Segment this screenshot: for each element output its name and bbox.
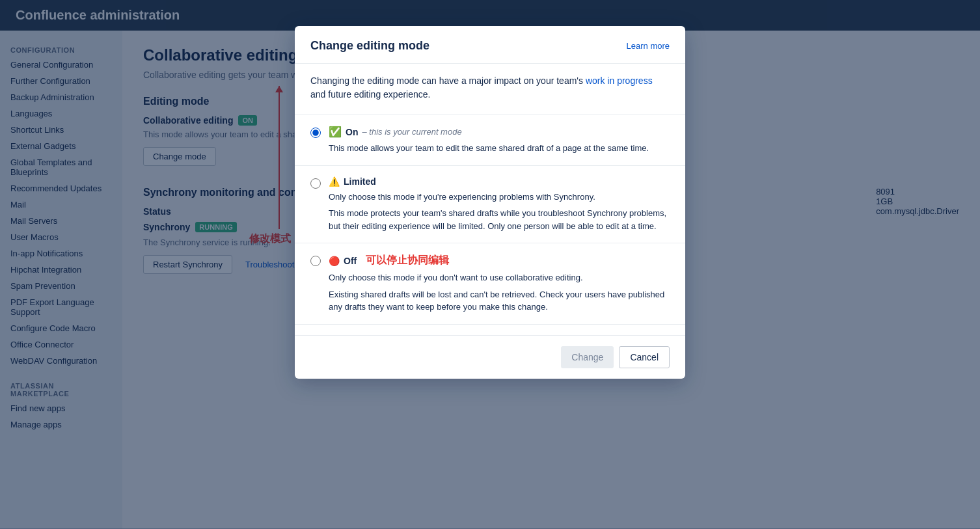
on-description: This mode allows your team to edit the s… (329, 142, 670, 155)
error-icon: 🔴 (329, 256, 340, 266)
option-limited-content: ⚠️ Limited Only choose this mode if you'… (329, 176, 670, 233)
limited-desc1: Only choose this mode if you're experien… (329, 191, 670, 204)
option-off: 🔴 Off 可以停止协同编辑 Only choose this mode if … (310, 243, 670, 324)
option-on: ✅ On – this is your current mode This mo… (310, 115, 670, 165)
option-on-title: ✅ On – this is your current mode (329, 126, 670, 138)
off-label: Off (344, 256, 357, 266)
option-off-content: 🔴 Off 可以停止协同编辑 Only choose this mode if … (329, 254, 670, 314)
modal-description: Changing the editing mode can have a maj… (310, 74, 670, 102)
modal-overlay[interactable]: Change editing mode Learn more Changing … (0, 0, 980, 529)
change-button[interactable]: Change (561, 346, 614, 368)
option-off-title: 🔴 Off 可以停止协同编辑 (329, 254, 670, 267)
change-editing-mode-modal: Change editing mode Learn more Changing … (295, 26, 685, 379)
off-desc1: Only choose this mode if you don't want … (329, 271, 670, 284)
option-on-content: ✅ On – this is your current mode This mo… (329, 126, 670, 155)
limited-label: Limited (344, 176, 376, 187)
on-label: On (346, 127, 358, 137)
radio-off[interactable] (310, 256, 321, 266)
off-chinese-annotation: 可以停止协同编辑 (366, 254, 449, 267)
off-desc2: Existing shared drafts will be lost and … (329, 288, 670, 314)
divider-bottom (295, 324, 685, 325)
check-circle-icon: ✅ (329, 126, 342, 138)
radio-limited[interactable] (310, 178, 321, 189)
radio-on[interactable] (310, 128, 321, 138)
option-limited-title: ⚠️ Limited (329, 176, 670, 187)
learn-more-link[interactable]: Learn more (627, 41, 670, 51)
modal-header: Change editing mode Learn more (295, 26, 685, 64)
modal-body: Changing the editing mode can have a maj… (295, 64, 685, 335)
modal-footer: Change Cancel (295, 335, 685, 379)
limited-desc2: This mode protects your team's shared dr… (329, 207, 670, 232)
modal-title: Change editing mode (310, 39, 429, 53)
warning-icon: ⚠️ (329, 176, 340, 187)
option-limited: ⚠️ Limited Only choose this mode if you'… (310, 166, 670, 243)
on-subtitle: – this is your current mode (362, 127, 461, 137)
cancel-button[interactable]: Cancel (619, 346, 670, 368)
